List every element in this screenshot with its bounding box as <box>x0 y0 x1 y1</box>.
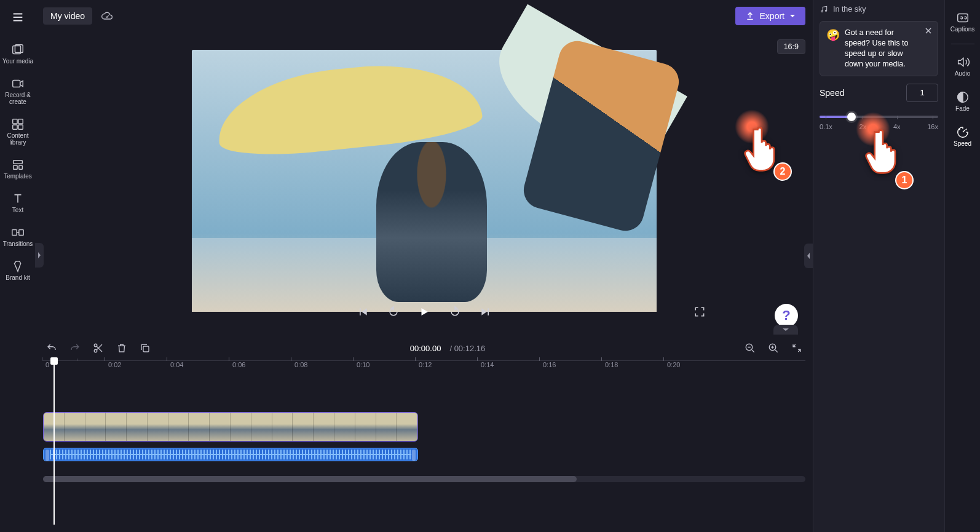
audio-clip[interactable] <box>43 448 418 461</box>
fullscreen-button[interactable] <box>691 303 708 320</box>
sidebar-label: Record & create <box>0 92 36 105</box>
slider-tick-label: 2x <box>859 123 867 130</box>
timeline-ruler[interactable]: 0 0:02 0:04 0:06 0:08 0:10 0:12 0:14 0:1… <box>43 360 805 375</box>
close-tip-button[interactable] <box>923 25 934 36</box>
slider-tick-label: 0.1x <box>820 123 832 130</box>
tutorial-step-badge: 2 <box>773 162 792 181</box>
slider-ticks: 0.1x 2x 4x 16x <box>820 123 938 130</box>
rail-label: Fade <box>955 105 970 112</box>
ruler-tick: 0:18 <box>605 361 618 368</box>
ruler-tick: 0 <box>45 361 49 368</box>
ruler-tick: 0:12 <box>419 361 432 368</box>
video-clip[interactable] <box>43 412 418 442</box>
duplicate-button[interactable] <box>138 341 152 355</box>
split-button[interactable] <box>91 341 106 355</box>
aspect-ratio-button[interactable]: 16:9 <box>777 39 805 54</box>
right-rail: Captions Audio Fade Speed <box>944 0 980 532</box>
delete-button[interactable] <box>114 341 129 355</box>
export-button[interactable]: Export <box>735 7 805 25</box>
scrollbar-thumb[interactable] <box>43 476 577 482</box>
tip-card: 🤪 Got a need for speed? Use this to spee… <box>820 21 938 76</box>
ruler-tick: 0:20 <box>667 361 680 368</box>
svg-rect-6 <box>18 125 23 129</box>
timeline-scrollbar[interactable] <box>43 476 805 482</box>
rail-label: Audio <box>955 70 971 77</box>
sidebar-item-brand-kit[interactable]: Brand kit <box>0 255 36 286</box>
zoom-in-button[interactable] <box>766 341 781 355</box>
sidebar-label: Content library <box>0 132 36 146</box>
svg-rect-8 <box>14 165 17 169</box>
ruler-tick: 0:06 <box>232 361 245 368</box>
undo-button[interactable] <box>44 341 59 355</box>
sidebar-item-content-library[interactable]: Content library <box>0 113 36 151</box>
topbar: My video Export <box>36 0 813 32</box>
speed-input[interactable] <box>906 84 938 102</box>
svg-rect-10 <box>12 229 17 235</box>
svg-rect-7 <box>14 161 23 164</box>
main-area: My video Export 16:9 ? <box>36 0 813 532</box>
audio-track-row[interactable]: In the sky <box>820 5 938 14</box>
slider-tick-label: 16x <box>927 123 938 130</box>
svg-rect-5 <box>13 125 17 129</box>
slider-track <box>820 116 938 118</box>
project-title-text: My video <box>50 11 85 21</box>
rail-item-speed[interactable]: Speed <box>945 121 981 152</box>
rail-item-fade[interactable]: Fade <box>945 85 981 117</box>
sync-status-icon[interactable] <box>98 7 116 25</box>
total-time: / 00:12.16 <box>449 344 485 353</box>
sidebar-label: Templates <box>4 173 32 180</box>
ruler-tick: 0:02 <box>108 361 121 368</box>
svg-rect-9 <box>19 165 23 169</box>
svg-rect-11 <box>19 229 23 235</box>
chevron-down-icon <box>789 13 796 19</box>
sidebar-label: Brand kit <box>6 274 30 281</box>
timeline-toolbar: 00:00.00 / 00:12.16 <box>36 336 813 360</box>
skip-end-button[interactable] <box>477 303 494 320</box>
sidebar-label: Your media <box>2 58 33 65</box>
sidebar-item-text[interactable]: Text <box>0 187 36 218</box>
slider-thumb[interactable] <box>847 113 856 121</box>
rail-item-audio[interactable]: Audio <box>945 50 981 82</box>
forward-button[interactable] <box>446 303 464 320</box>
fit-timeline-button[interactable] <box>789 341 804 355</box>
sidebar-item-record-create[interactable]: Record & create <box>0 72 36 110</box>
sidebar-item-transitions[interactable]: Transitions <box>0 221 36 252</box>
tip-emoji-icon: 🤪 <box>826 28 840 69</box>
collapse-preview-button[interactable] <box>773 325 798 335</box>
current-time: 00:00.00 <box>410 344 441 353</box>
export-label: Export <box>760 11 784 21</box>
preview-area: 16:9 ? <box>36 32 813 327</box>
left-rail: Your media Record & create Content libra… <box>0 0 36 532</box>
play-button[interactable] <box>416 303 433 320</box>
ruler-tick: 0:04 <box>170 361 183 368</box>
upload-icon <box>745 11 755 21</box>
transport-controls <box>36 296 813 327</box>
timeline-tracks <box>43 412 805 461</box>
speed-row: Speed <box>820 84 938 102</box>
rail-label: Speed <box>954 140 971 147</box>
video-preview[interactable] <box>192 50 657 312</box>
rewind-button[interactable] <box>385 303 402 320</box>
ruler-tick: 0:16 <box>543 361 556 368</box>
project-title-input[interactable]: My video <box>43 7 92 25</box>
sidebar-item-templates[interactable]: Templates <box>0 153 36 185</box>
playhead[interactable] <box>50 357 58 365</box>
tutorial-step-badge: 1 <box>895 171 914 189</box>
menu-button[interactable] <box>6 5 30 30</box>
ruler-tick: 0:08 <box>294 361 307 368</box>
redo-button[interactable] <box>68 341 82 355</box>
speed-slider[interactable]: 0.1x 2x 4x 16x <box>820 109 938 130</box>
skip-start-button[interactable] <box>354 303 371 320</box>
zoom-out-button[interactable] <box>743 341 757 355</box>
rail-item-captions[interactable]: Captions <box>945 6 981 38</box>
audio-track-name: In the sky <box>833 5 866 14</box>
expand-right-panel-button[interactable] <box>804 244 813 268</box>
slider-tick-label: 4x <box>893 123 901 130</box>
inspector-panel: In the sky 🤪 Got a need for speed? Use t… <box>813 0 944 532</box>
svg-rect-2 <box>13 81 20 87</box>
sidebar-item-your-media[interactable]: Your media <box>0 38 36 69</box>
waveform <box>50 450 411 459</box>
svg-rect-3 <box>13 119 17 124</box>
svg-point-17 <box>821 10 823 12</box>
music-note-icon <box>820 5 828 14</box>
